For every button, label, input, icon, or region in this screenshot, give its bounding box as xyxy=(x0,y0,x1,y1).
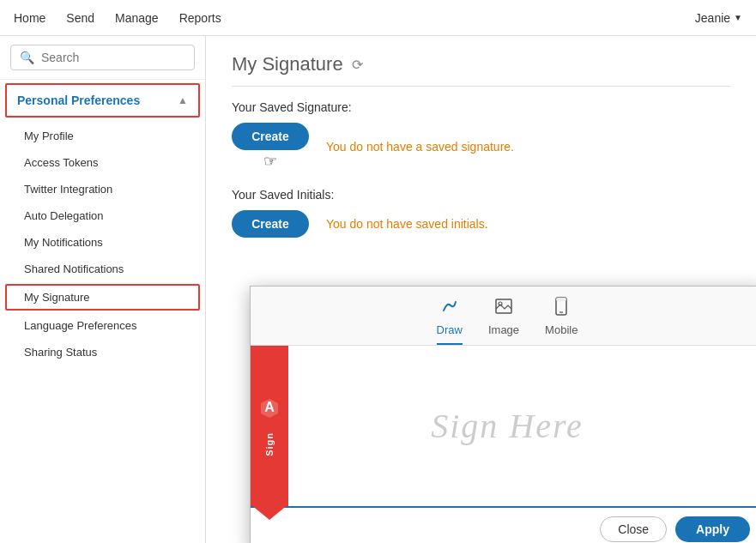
sidebar-search-area: 🔍 xyxy=(0,36,205,80)
user-name: Jeanie xyxy=(695,11,730,25)
svg-rect-4 xyxy=(556,298,566,301)
svg-text:A: A xyxy=(264,400,275,414)
nav-links: Home Send Manage Reports xyxy=(14,8,695,28)
sidebar-item-auto-delegation[interactable]: Auto Delegation xyxy=(0,202,205,229)
tab-draw[interactable]: Draw xyxy=(437,297,463,345)
nav-send[interactable]: Send xyxy=(66,8,94,28)
sidebar: 🔍 Personal Preferences ▲ My Profile Acce… xyxy=(0,36,206,543)
close-button[interactable]: Close xyxy=(600,516,667,542)
create-signature-button[interactable]: Create xyxy=(232,123,309,150)
no-signature-text: You do not have a saved signature. xyxy=(326,140,514,154)
tab-image-label: Image xyxy=(488,323,519,336)
sidebar-item-twitter[interactable]: Twitter Integration xyxy=(0,176,205,202)
search-icon: 🔍 xyxy=(20,51,34,64)
create-initials-button[interactable]: Create xyxy=(232,210,309,238)
page-title-row: My Signature ⟳ xyxy=(232,53,730,87)
mobile-icon xyxy=(552,297,571,320)
image-icon xyxy=(494,297,513,320)
saved-initials-label: Your Saved Initials: xyxy=(232,188,730,202)
sidebar-item-language-preferences[interactable]: Language Preferences xyxy=(0,312,205,339)
sidebar-item-my-signature[interactable]: My Signature xyxy=(5,284,200,311)
refresh-icon[interactable]: ⟳ xyxy=(352,57,363,73)
sidebar-item-sharing-status[interactable]: Sharing Status xyxy=(0,339,205,365)
content-area: My Signature ⟳ Your Saved Signature: Cre… xyxy=(206,36,756,543)
sign-here-text: Sign Here xyxy=(431,406,584,446)
tab-draw-label: Draw xyxy=(437,323,463,336)
cursor-hand-icon: ☞ xyxy=(263,152,277,171)
main-layout: 🔍 Personal Preferences ▲ My Profile Acce… xyxy=(0,36,756,543)
sidebar-item-shared-notifications[interactable]: Shared Notifications xyxy=(0,256,205,282)
user-menu[interactable]: Jeanie ▼ xyxy=(695,11,742,25)
chevron-up-icon: ▲ xyxy=(178,94,188,106)
nav-home[interactable]: Home xyxy=(14,8,45,28)
no-initials-text: You do not have saved initials. xyxy=(326,217,488,231)
dialog-body: A Sign Sign Here xyxy=(251,346,756,508)
dialog-tabs: Draw Image xyxy=(251,287,756,346)
nav-reports[interactable]: Reports xyxy=(179,8,221,28)
draw-icon xyxy=(440,297,459,320)
saved-signature-label: Your Saved Signature: xyxy=(232,100,730,114)
signature-dialog: Draw Image xyxy=(250,286,756,543)
sidebar-item-access-tokens[interactable]: Access Tokens xyxy=(0,149,205,176)
acrobat-icon: A xyxy=(258,396,281,425)
apply-button[interactable]: Apply xyxy=(675,516,750,542)
personal-preferences-section[interactable]: Personal Preferences ▲ xyxy=(5,83,200,118)
search-box[interactable]: 🔍 xyxy=(10,45,195,70)
tab-image[interactable]: Image xyxy=(488,297,519,345)
sidebar-items: My Profile Access Tokens Twitter Integra… xyxy=(0,121,205,367)
section-label: Personal Preferences xyxy=(17,94,140,107)
tab-mobile-label: Mobile xyxy=(545,323,578,336)
user-caret-icon: ▼ xyxy=(734,13,742,22)
red-arrow-icon xyxy=(251,504,288,520)
red-sign-tab: A Sign xyxy=(251,346,288,506)
sign-tab-label: Sign xyxy=(264,432,275,456)
top-nav: Home Send Manage Reports Jeanie ▼ xyxy=(0,0,756,36)
tab-mobile[interactable]: Mobile xyxy=(545,297,578,345)
dialog-footer: Close Apply xyxy=(251,508,756,543)
page-title: My Signature xyxy=(232,53,343,75)
sidebar-item-my-profile[interactable]: My Profile xyxy=(0,123,205,149)
sidebar-item-my-notifications[interactable]: My Notifications xyxy=(0,229,205,256)
initials-row: Create You do not have saved initials. xyxy=(232,210,730,238)
nav-manage[interactable]: Manage xyxy=(115,8,159,28)
search-input[interactable] xyxy=(41,51,185,64)
signature-row: Create ☞ You do not have a saved signatu… xyxy=(232,123,730,171)
